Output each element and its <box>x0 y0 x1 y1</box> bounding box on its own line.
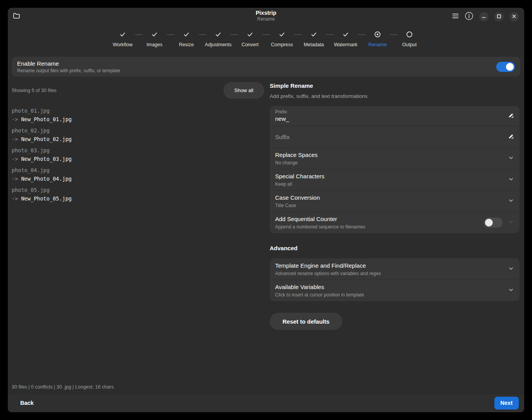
renamed-filename: New_Photo_04.jpg <box>21 176 72 182</box>
hamburger-menu-icon <box>452 13 459 20</box>
simple-rename-title: Simple Rename <box>270 82 520 90</box>
renamed-filename: New_Photo_05.jpg <box>21 195 72 202</box>
check-icon <box>310 31 317 37</box>
prefix-field[interactable]: Prefix new_ <box>270 106 520 126</box>
advanced-section-title: Advanced <box>270 245 520 251</box>
menu-button[interactable] <box>452 13 459 20</box>
step-label: Images <box>147 42 162 47</box>
original-filename: photo_05.jpg <box>12 186 264 194</box>
prefix-label: Prefix <box>275 109 289 115</box>
status-bar: 30 files | 0 conflicts | 30 .jpg | Longe… <box>12 384 114 390</box>
file-rename-entry: photo_05.jpg-> New_Photo_05.jpg <box>12 186 264 203</box>
check-icon <box>183 31 190 37</box>
step-connector <box>262 34 270 35</box>
arrow-glyph: -> <box>12 116 18 122</box>
check-icon <box>215 31 222 37</box>
info-icon <box>465 12 473 21</box>
show-all-button[interactable]: Show all <box>223 82 264 99</box>
step-connector <box>294 34 302 35</box>
step-connector <box>199 34 206 35</box>
step-convert[interactable]: Convert <box>238 31 262 47</box>
enable-rename-toggle[interactable] <box>496 62 515 72</box>
step-label: Convert <box>242 42 259 47</box>
step-output[interactable]: Output <box>398 31 422 47</box>
step-label: Adjustments <box>205 42 232 47</box>
step-connector <box>230 34 238 35</box>
renamed-filename: New_Photo_02.jpg <box>21 136 72 142</box>
enable-rename-title: Enable Rename <box>17 60 120 68</box>
close-button[interactable] <box>509 12 519 21</box>
chevron-down-icon <box>508 287 514 295</box>
renamed-filename: New_Photo_01.jpg <box>21 116 72 122</box>
step-label: Compress <box>271 42 293 47</box>
chevron-down-icon <box>508 176 514 184</box>
app-window: Pixstrip Rename <box>8 8 524 412</box>
file-rename-entry: photo_02.jpg-> New_Photo_02.jpg <box>12 126 264 143</box>
minimize-button[interactable] <box>479 12 488 21</box>
file-rename-list: photo_01.jpg-> New_Photo_01.jpgphoto_02.… <box>12 106 264 203</box>
step-connector <box>326 34 334 35</box>
case-conversion-dropdown[interactable]: Case Conversion Title Case <box>270 190 520 212</box>
step-watermark[interactable]: Watermark <box>334 31 358 47</box>
file-rename-entry: photo_03.jpg-> New_Photo_03.jpg <box>12 146 264 163</box>
window-subtitle: Rename <box>8 16 524 22</box>
file-rename-entry: photo_01.jpg-> New_Photo_01.jpg <box>12 106 264 124</box>
footer-bar: Back Next <box>8 393 524 412</box>
special-characters-dropdown[interactable]: Special Characters Keep all <box>270 169 520 190</box>
step-label: Output <box>402 42 417 47</box>
available-variables-expander[interactable]: Available Variables Click to insert at c… <box>270 280 520 301</box>
sequential-counter-toggle[interactable] <box>484 218 502 228</box>
step-label: Watermark <box>334 42 358 47</box>
chevron-down-icon <box>508 265 514 273</box>
suffix-field[interactable]: Suffix <box>270 126 520 148</box>
check-icon <box>279 31 285 37</box>
circle-icon <box>406 31 413 37</box>
next-button[interactable]: Next <box>494 397 519 410</box>
arrow-glyph: -> <box>12 195 18 202</box>
maximize-button[interactable] <box>494 12 504 21</box>
check-icon <box>342 31 349 37</box>
chevron-down-icon <box>508 155 514 162</box>
sequential-counter-row: Add Sequential Counter Append a numbered… <box>270 212 520 233</box>
step-label: Resize <box>179 42 194 47</box>
chevron-down-icon <box>508 197 514 205</box>
reset-defaults-button[interactable]: Reset to defaults <box>270 313 342 330</box>
step-label: Metadata <box>304 42 324 47</box>
files-summary: Showing 5 of 30 files <box>12 88 56 93</box>
original-filename: photo_04.jpg <box>12 166 264 174</box>
replace-spaces-dropdown[interactable]: Replace Spaces No change <box>270 148 520 169</box>
arrow-glyph: -> <box>12 156 18 162</box>
template-engine-expander[interactable]: Template Engine and Find/Replace Advance… <box>270 258 520 280</box>
toggle-knob <box>485 219 493 227</box>
toggle-knob <box>506 63 514 71</box>
original-filename: photo_02.jpg <box>12 126 264 135</box>
rename-settings-panel: Simple Rename Add prefix, suffix, and te… <box>270 80 520 330</box>
step-adjustments[interactable]: Adjustments <box>206 31 230 47</box>
step-workflow[interactable]: Workflow <box>111 31 135 47</box>
simple-rename-subtitle: Add prefix, suffix, and text transformat… <box>270 93 520 99</box>
advanced-card: Template Engine and Find/Replace Advance… <box>270 258 520 301</box>
step-rename[interactable]: Rename <box>366 31 390 47</box>
simple-rename-card: Prefix new_ Suffix <box>270 106 520 233</box>
step-label: Rename <box>368 42 387 47</box>
step-resize[interactable]: Resize <box>174 31 199 47</box>
enable-rename-row: Enable Rename Rename output files with p… <box>12 57 520 77</box>
file-preview-panel: Showing 5 of 30 files Show all photo_01.… <box>12 82 264 206</box>
back-button[interactable]: Back <box>19 397 35 409</box>
window-title: Pixstrip <box>8 10 524 16</box>
check-icon <box>247 31 253 37</box>
arrow-glyph: -> <box>12 176 18 182</box>
enable-rename-subtitle: Rename output files with prefix, suffix,… <box>17 68 120 74</box>
maximize-icon <box>497 14 501 19</box>
edit-pencil-icon <box>508 133 514 141</box>
step-compress[interactable]: Compress <box>270 31 294 47</box>
folder-icon <box>13 12 20 21</box>
original-filename: photo_03.jpg <box>12 146 264 155</box>
step-connector <box>390 34 398 35</box>
check-icon <box>119 31 126 37</box>
step-metadata[interactable]: Metadata <box>302 31 326 47</box>
open-folder-button[interactable] <box>13 12 20 21</box>
about-button[interactable] <box>465 12 473 21</box>
step-images[interactable]: Images <box>143 31 167 47</box>
check-icon <box>151 31 158 37</box>
